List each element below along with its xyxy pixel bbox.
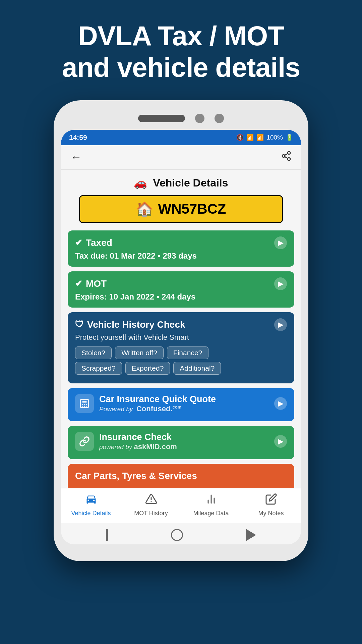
- phone-speaker: [138, 115, 185, 122]
- screen-content: 🚗 Vehicle Details 🏠 WN57BCZ ✔ Taxed ▶ Ta…: [61, 170, 301, 488]
- home-indicator: [61, 523, 301, 544]
- svg-point-11: [84, 406, 85, 407]
- gesture-bars: [106, 529, 108, 541]
- license-plate: 🏠 WN57BCZ: [79, 195, 283, 223]
- svg-point-12: [86, 406, 87, 407]
- car-parts-card[interactable]: Car Parts, Tyres & Services: [68, 464, 294, 488]
- insurance-check-title: Insurance Check: [99, 432, 177, 442]
- phone-camera-2: [215, 114, 224, 123]
- phone-frame: 14:59 🔇 📶 📶 100% 🔋 ← 🚗: [54, 100, 308, 561]
- svg-point-10: [82, 406, 83, 407]
- battery-icon: 🔋: [286, 134, 293, 141]
- plate-number: WN57BCZ: [158, 201, 226, 217]
- insurance-check-arrow[interactable]: ▶: [274, 435, 287, 448]
- nav-notes-label: My Notes: [258, 510, 284, 517]
- badge-additional[interactable]: Additional?: [173, 362, 221, 375]
- history-arrow[interactable]: ▶: [274, 318, 287, 331]
- mot-card[interactable]: ✔ MOT ▶ Expires: 10 Jan 2022 • 244 days: [68, 271, 294, 308]
- vehicle-title: 🚗 Vehicle Details: [68, 176, 294, 189]
- insurance-check-card[interactable]: Insurance Check powered by askMID.com ▶: [68, 426, 294, 459]
- history-title: 🛡 Vehicle History Check: [75, 319, 185, 330]
- calculator-icon: [75, 394, 94, 413]
- gesture-circle: [171, 529, 183, 541]
- insurance-quote-powered: Powered by Confused.com: [99, 405, 216, 413]
- battery-label: 100%: [266, 134, 283, 141]
- nav-mot-history-label: MOT History: [134, 510, 168, 517]
- gesture-triangle: [246, 529, 256, 541]
- mot-subtitle: Expires: 10 Jan 2022 • 244 days: [75, 292, 287, 302]
- wifi-icon: 📶: [246, 134, 254, 141]
- car-icon: 🚗: [134, 177, 147, 189]
- nav-vehicle-details[interactable]: Vehicle Details: [69, 493, 113, 517]
- check-icon-taxed: ✔: [75, 237, 82, 248]
- taxed-card[interactable]: ✔ Taxed ▶ Tax due: 01 Mar 2022 • 293 day…: [68, 230, 294, 267]
- taxed-subtitle: Tax due: 01 Mar 2022 • 293 days: [75, 251, 287, 261]
- history-badges-row1: Stolen? Written off? Finance?: [75, 346, 287, 359]
- nav-mileage-data[interactable]: Mileage Data: [189, 493, 233, 517]
- phone-notch: [61, 110, 301, 130]
- car-parts-title: Car Parts, Tyres & Services: [75, 471, 287, 481]
- mot-arrow[interactable]: ▶: [274, 277, 287, 290]
- badge-exported[interactable]: Exported?: [125, 362, 170, 375]
- status-bar: 14:59 🔇 📶 📶 100% 🔋: [61, 130, 301, 145]
- status-icons: 🔇 📶 📶 100% 🔋: [236, 134, 293, 141]
- history-badges-row2: Scrapped? Exported? Additional?: [75, 362, 287, 375]
- insurance-quote-title: Car Insurance Quick Quote: [99, 394, 216, 405]
- garage-icon: 🏠: [136, 201, 153, 217]
- nav-my-notes[interactable]: My Notes: [249, 493, 293, 517]
- insurance-quote-card[interactable]: Car Insurance Quick Quote Powered by Con…: [68, 388, 294, 421]
- svg-line-4: [285, 153, 288, 155]
- insurance-quote-arrow[interactable]: ▶: [274, 397, 287, 410]
- taxed-arrow[interactable]: ▶: [274, 236, 287, 249]
- mot-title: ✔ MOT: [75, 278, 107, 289]
- back-button[interactable]: ←: [70, 151, 82, 164]
- history-subtitle: Protect yourself with Vehicle Smart: [75, 333, 287, 342]
- share-button[interactable]: [281, 151, 292, 164]
- history-card[interactable]: 🛡 Vehicle History Check ▶ Protect yourse…: [68, 312, 294, 383]
- link-icon: [75, 432, 94, 451]
- badge-written-off[interactable]: Written off?: [115, 346, 164, 359]
- phone-screen: 14:59 🔇 📶 📶 100% 🔋 ← 🚗: [61, 130, 301, 544]
- nav-vehicle-details-label: Vehicle Details: [71, 510, 111, 517]
- nav-triangle-icon: [145, 493, 157, 508]
- nav-car-icon: [85, 493, 97, 508]
- svg-line-3: [285, 157, 288, 158]
- insurance-check-powered: powered by askMID.com: [99, 442, 177, 451]
- phone-camera-1: [195, 114, 204, 123]
- taxed-title: ✔ Taxed: [75, 237, 112, 248]
- badge-stolen[interactable]: Stolen?: [75, 346, 112, 359]
- svg-rect-6: [82, 401, 86, 403]
- shield-icon: 🛡: [75, 319, 84, 330]
- nav-mot-history[interactable]: MOT History: [129, 493, 173, 517]
- nav-pencil-icon: [265, 493, 277, 508]
- badge-scrapped[interactable]: Scrapped?: [75, 362, 122, 375]
- status-time: 14:59: [69, 133, 87, 142]
- badge-finance[interactable]: Finance?: [167, 346, 208, 359]
- page-header: DVLA Tax / MOT and vehicle details: [0, 0, 362, 100]
- bottom-nav: Vehicle Details MOT History: [61, 488, 301, 523]
- svg-point-7: [82, 404, 83, 405]
- mute-icon: 🔇: [236, 134, 244, 141]
- app-toolbar: ←: [61, 145, 301, 170]
- signal-icon: 📶: [256, 134, 264, 141]
- svg-point-8: [84, 404, 85, 405]
- nav-mileage-label: Mileage Data: [193, 510, 229, 517]
- nav-barchart-icon: [205, 493, 217, 508]
- svg-point-9: [86, 404, 87, 405]
- check-icon-mot: ✔: [75, 278, 82, 289]
- page-title: DVLA Tax / MOT and vehicle details: [27, 20, 335, 84]
